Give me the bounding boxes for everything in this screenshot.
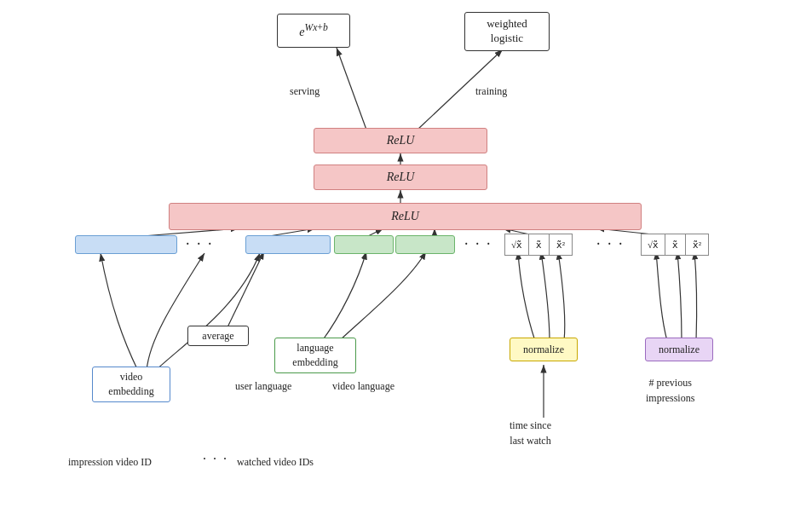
green-box-1 — [334, 235, 394, 254]
language-embedding-box: language embedding — [274, 338, 356, 373]
weighted-logistic-box: weighted logistic — [464, 12, 550, 51]
relu-top: ReLU — [314, 128, 487, 153]
blue-box-left — [75, 235, 177, 254]
weighted-logistic-text: weighted logistic — [487, 17, 527, 46]
dots-bottom: · · · — [203, 452, 228, 467]
formula-text: eWx+b — [299, 22, 328, 39]
video-language-label: video language — [332, 380, 394, 393]
purple-feat-x2: x̃² — [685, 234, 709, 256]
diagram: eWx+b weighted logistic serving training… — [0, 0, 812, 508]
prev-impressions-label: # previous impressions — [646, 375, 694, 406]
normalize-yellow-box: normalize — [510, 338, 578, 361]
purple-feat-x: x̃ — [665, 234, 685, 256]
dots-mid: · · · — [464, 235, 492, 253]
video-embedding-box: video embedding — [92, 367, 170, 402]
training-label: training — [475, 85, 507, 98]
blue-box-right — [245, 235, 331, 254]
relu-mid: ReLU — [314, 165, 487, 190]
purple-feat-sqrt: √x̃ — [641, 234, 665, 256]
yellow-feat-x: x̃ — [528, 234, 549, 256]
yellow-feat-x2: x̃² — [549, 234, 573, 256]
serving-label: serving — [290, 85, 320, 98]
time-since-label: time since last watch — [510, 418, 551, 448]
average-box: average — [187, 326, 249, 346]
normalize-purple-box: normalize — [645, 338, 713, 361]
impression-video-label: impression video ID — [68, 456, 152, 469]
dots-right: · · · — [596, 235, 625, 253]
yellow-feat-group: √x̃ x̃ x̃² — [504, 234, 573, 256]
relu-bot: ReLU — [169, 203, 642, 230]
green-box-2 — [395, 235, 455, 254]
dots-blue: · · · — [186, 235, 214, 253]
formula-box: eWx+b — [277, 14, 350, 48]
watched-ids-label: watched video IDs — [237, 456, 314, 469]
user-language-label: user language — [235, 380, 291, 393]
yellow-feat-sqrt: √x̃ — [504, 234, 528, 256]
purple-feat-group: √x̃ x̃ x̃² — [641, 234, 709, 256]
